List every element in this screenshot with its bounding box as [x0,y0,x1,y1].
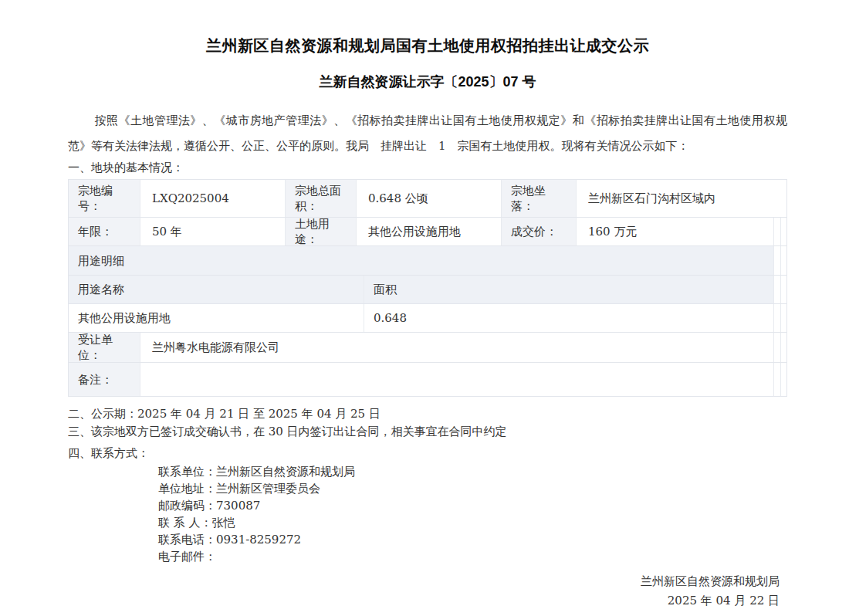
intro-paragraph: 按照《土地管理法》、《城市房地产管理法》、《招标拍卖挂牌出让国有土地使用权规定》… [68,108,787,159]
assignee-label: 受让单位： [69,333,140,362]
table-edge-strip [773,276,780,303]
page-content: 兰州新区自然资源和规划局国有土地使用权招拍挂出让成交公示 兰新自然资源让示字〔2… [0,36,849,611]
assignee-value: 兰州粤水电能源有限公司 [140,333,773,362]
lower-sections: 二、公示期：2025 年 04 月 21 日 至 2025 年 04 月 25 … [68,405,787,611]
term-label: 年限： [69,218,140,245]
table-edge-strip [773,333,780,362]
parcel-table: 宗地编号： LXQ2025004 宗地总面积： 0.648 公顷 宗地坐落： 兰… [68,179,787,397]
issuer-name: 兰州新区自然资源和规划局 [68,572,780,591]
usage-area-column-header: 面积 [364,276,773,303]
table-row-parcel-basic-1: 宗地编号： LXQ2025004 宗地总面积： 0.648 公顷 宗地坐落： 兰… [69,180,786,217]
usage-item-name: 其他公用设施用地 [69,304,364,332]
publicity-period-line: 二、公示期：2025 年 04 月 21 日 至 2025 年 04 月 25 … [68,405,787,423]
land-use-value: 其他公用设施用地 [356,218,501,245]
table-row-usage-columns: 用途名称 面积 [69,275,786,303]
contact-email-line: 电子邮件： [158,548,787,565]
table-edge-strip [780,363,786,396]
contact-person-line: 联 系 人：张恺 [158,514,787,531]
parcel-number-label: 宗地编号： [69,180,140,217]
table-edge-strip [780,246,786,275]
usage-detail-header: 用途明细 [69,246,773,275]
location-label: 宗地坐落： [501,180,576,217]
land-use-label: 土地用途： [285,218,356,245]
contact-block: 联系单位：兰州新区自然资源和规划局 单位地址：兰州新区管理委员会 邮政编码：73… [158,463,787,565]
parcel-number-value: LXQ2025004 [140,180,285,217]
contact-postcode-value: 730087 [216,499,260,513]
confirmation-line: 三、该宗地双方已签订成交确认书，在 30 日内签订出让合同，相关事宜在合同中约定 [68,423,787,441]
contact-postcode-line: 邮政编码：730087 [158,497,787,514]
table-row-remark: 备注： [69,362,786,396]
table-edge-strip [773,218,780,245]
table-edge-strip [780,276,786,303]
announcement-page: 兰州新区自然资源和规划局国有土地使用权招拍挂出让成交公示 兰新自然资源让示字〔2… [0,0,849,616]
usage-item-area: 0.648 [364,304,773,332]
contact-postcode-label: 邮政编码： [158,499,216,513]
deal-price-label: 成交价： [501,218,576,245]
total-area-value: 0.648 公顷 [356,180,501,217]
table-edge-strip [773,363,780,396]
contact-phone-value: 0931-8259272 [216,533,301,547]
term-value: 50 年 [140,218,285,245]
document-number: 兰新自然资源让示字〔2025〕07 号 [68,73,787,91]
contact-phone-label: 联系电话： [158,533,216,547]
contact-unit-label: 联系单位： [158,465,216,479]
table-edge-strip [773,304,780,332]
contact-address-value: 兰州新区管理委员会 [216,482,320,496]
table-row-parcel-basic-2: 年限： 50 年 土地用途： 其他公用设施用地 成交价： 160 万元 [69,217,786,245]
contact-email-label: 电子邮件： [158,550,216,564]
remark-value [140,363,773,396]
table-row-assignee: 受让单位： 兰州粤水电能源有限公司 [69,332,786,362]
usage-name-column-header: 用途名称 [69,276,364,303]
section1-heading: 一、地块的基本情况： [68,159,787,176]
total-area-label: 宗地总面积： [285,180,356,217]
issue-date: 2025 年 04 月 22 日 [68,591,780,611]
table-edge-strip [780,304,786,332]
table-edge-strip [780,333,786,362]
contact-heading: 四、联系方式： [68,445,787,462]
signature-block: 兰州新区自然资源和规划局 2025 年 04 月 22 日 [68,572,787,611]
page-title: 兰州新区自然资源和规划局国有土地使用权招拍挂出让成交公示 [68,36,787,56]
remark-label: 备注： [69,363,140,396]
contact-address-label: 单位地址： [158,482,216,496]
deal-price-value: 160 万元 [576,218,773,245]
contact-address-line: 单位地址：兰州新区管理委员会 [158,480,787,497]
table-edge-strip [773,246,780,275]
location-value: 兰州新区石门沟村区域内 [576,180,786,217]
table-row-usage-item: 其他公用设施用地 0.648 [69,303,786,332]
contact-phone-line: 联系电话：0931-8259272 [158,531,787,548]
contact-person-value: 张恺 [212,516,235,530]
contact-person-label: 联 系 人： [158,516,212,530]
table-edge-strip [780,218,786,245]
table-row-usage-header: 用途明细 [69,245,786,275]
contact-unit-line: 联系单位：兰州新区自然资源和规划局 [158,463,787,480]
contact-unit-value: 兰州新区自然资源和规划局 [216,465,355,479]
